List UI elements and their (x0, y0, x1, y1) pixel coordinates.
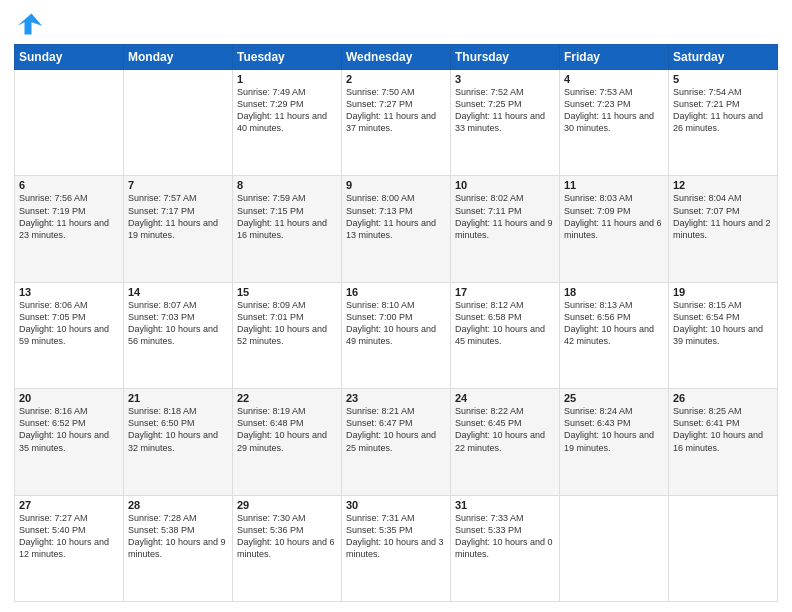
logo-icon (14, 10, 42, 38)
cell-details: Sunrise: 7:49 AM Sunset: 7:29 PM Dayligh… (237, 86, 337, 135)
calendar-cell: 20Sunrise: 8:16 AM Sunset: 6:52 PM Dayli… (15, 389, 124, 495)
calendar-cell: 6Sunrise: 7:56 AM Sunset: 7:19 PM Daylig… (15, 176, 124, 282)
calendar-cell: 8Sunrise: 7:59 AM Sunset: 7:15 PM Daylig… (233, 176, 342, 282)
day-number: 1 (237, 73, 337, 85)
calendar-cell: 4Sunrise: 7:53 AM Sunset: 7:23 PM Daylig… (560, 70, 669, 176)
calendar-cell: 30Sunrise: 7:31 AM Sunset: 5:35 PM Dayli… (342, 495, 451, 601)
calendar-cell: 16Sunrise: 8:10 AM Sunset: 7:00 PM Dayli… (342, 282, 451, 388)
cell-details: Sunrise: 7:54 AM Sunset: 7:21 PM Dayligh… (673, 86, 773, 135)
day-number: 25 (564, 392, 664, 404)
calendar-cell: 1Sunrise: 7:49 AM Sunset: 7:29 PM Daylig… (233, 70, 342, 176)
calendar-cell: 28Sunrise: 7:28 AM Sunset: 5:38 PM Dayli… (124, 495, 233, 601)
day-number: 4 (564, 73, 664, 85)
header (14, 10, 778, 38)
calendar-cell: 2Sunrise: 7:50 AM Sunset: 7:27 PM Daylig… (342, 70, 451, 176)
day-number: 30 (346, 499, 446, 511)
cell-details: Sunrise: 7:28 AM Sunset: 5:38 PM Dayligh… (128, 512, 228, 561)
calendar-cell (124, 70, 233, 176)
calendar-cell: 18Sunrise: 8:13 AM Sunset: 6:56 PM Dayli… (560, 282, 669, 388)
day-number: 23 (346, 392, 446, 404)
cell-details: Sunrise: 8:06 AM Sunset: 7:05 PM Dayligh… (19, 299, 119, 348)
cell-details: Sunrise: 7:57 AM Sunset: 7:17 PM Dayligh… (128, 192, 228, 241)
day-number: 24 (455, 392, 555, 404)
calendar-week-1: 6Sunrise: 7:56 AM Sunset: 7:19 PM Daylig… (15, 176, 778, 282)
calendar-cell: 31Sunrise: 7:33 AM Sunset: 5:33 PM Dayli… (451, 495, 560, 601)
day-number: 17 (455, 286, 555, 298)
calendar-cell: 23Sunrise: 8:21 AM Sunset: 6:47 PM Dayli… (342, 389, 451, 495)
cell-details: Sunrise: 8:24 AM Sunset: 6:43 PM Dayligh… (564, 405, 664, 454)
day-number: 3 (455, 73, 555, 85)
cell-details: Sunrise: 7:59 AM Sunset: 7:15 PM Dayligh… (237, 192, 337, 241)
calendar-cell: 13Sunrise: 8:06 AM Sunset: 7:05 PM Dayli… (15, 282, 124, 388)
calendar-cell (669, 495, 778, 601)
day-number: 16 (346, 286, 446, 298)
calendar-cell: 29Sunrise: 7:30 AM Sunset: 5:36 PM Dayli… (233, 495, 342, 601)
calendar-week-4: 27Sunrise: 7:27 AM Sunset: 5:40 PM Dayli… (15, 495, 778, 601)
day-number: 22 (237, 392, 337, 404)
day-header-thursday: Thursday (451, 45, 560, 70)
day-number: 9 (346, 179, 446, 191)
calendar-cell (560, 495, 669, 601)
cell-details: Sunrise: 8:07 AM Sunset: 7:03 PM Dayligh… (128, 299, 228, 348)
cell-details: Sunrise: 8:09 AM Sunset: 7:01 PM Dayligh… (237, 299, 337, 348)
calendar-week-0: 1Sunrise: 7:49 AM Sunset: 7:29 PM Daylig… (15, 70, 778, 176)
logo (14, 10, 46, 38)
day-number: 28 (128, 499, 228, 511)
calendar-cell (15, 70, 124, 176)
calendar-cell: 17Sunrise: 8:12 AM Sunset: 6:58 PM Dayli… (451, 282, 560, 388)
calendar-cell: 9Sunrise: 8:00 AM Sunset: 7:13 PM Daylig… (342, 176, 451, 282)
cell-details: Sunrise: 8:25 AM Sunset: 6:41 PM Dayligh… (673, 405, 773, 454)
calendar-cell: 24Sunrise: 8:22 AM Sunset: 6:45 PM Dayli… (451, 389, 560, 495)
calendar-week-2: 13Sunrise: 8:06 AM Sunset: 7:05 PM Dayli… (15, 282, 778, 388)
page: SundayMondayTuesdayWednesdayThursdayFrid… (0, 0, 792, 612)
calendar-cell: 26Sunrise: 8:25 AM Sunset: 6:41 PM Dayli… (669, 389, 778, 495)
calendar-week-3: 20Sunrise: 8:16 AM Sunset: 6:52 PM Dayli… (15, 389, 778, 495)
calendar-header-row: SundayMondayTuesdayWednesdayThursdayFrid… (15, 45, 778, 70)
calendar-cell: 11Sunrise: 8:03 AM Sunset: 7:09 PM Dayli… (560, 176, 669, 282)
cell-details: Sunrise: 7:56 AM Sunset: 7:19 PM Dayligh… (19, 192, 119, 241)
day-number: 31 (455, 499, 555, 511)
day-number: 20 (19, 392, 119, 404)
cell-details: Sunrise: 8:22 AM Sunset: 6:45 PM Dayligh… (455, 405, 555, 454)
cell-details: Sunrise: 8:10 AM Sunset: 7:00 PM Dayligh… (346, 299, 446, 348)
day-number: 5 (673, 73, 773, 85)
day-header-wednesday: Wednesday (342, 45, 451, 70)
cell-details: Sunrise: 7:53 AM Sunset: 7:23 PM Dayligh… (564, 86, 664, 135)
calendar-table: SundayMondayTuesdayWednesdayThursdayFrid… (14, 44, 778, 602)
day-header-tuesday: Tuesday (233, 45, 342, 70)
cell-details: Sunrise: 8:21 AM Sunset: 6:47 PM Dayligh… (346, 405, 446, 454)
day-number: 27 (19, 499, 119, 511)
day-number: 21 (128, 392, 228, 404)
cell-details: Sunrise: 8:13 AM Sunset: 6:56 PM Dayligh… (564, 299, 664, 348)
calendar-cell: 21Sunrise: 8:18 AM Sunset: 6:50 PM Dayli… (124, 389, 233, 495)
day-number: 7 (128, 179, 228, 191)
day-number: 13 (19, 286, 119, 298)
calendar-cell: 3Sunrise: 7:52 AM Sunset: 7:25 PM Daylig… (451, 70, 560, 176)
cell-details: Sunrise: 8:02 AM Sunset: 7:11 PM Dayligh… (455, 192, 555, 241)
cell-details: Sunrise: 7:52 AM Sunset: 7:25 PM Dayligh… (455, 86, 555, 135)
cell-details: Sunrise: 8:18 AM Sunset: 6:50 PM Dayligh… (128, 405, 228, 454)
cell-details: Sunrise: 8:15 AM Sunset: 6:54 PM Dayligh… (673, 299, 773, 348)
cell-details: Sunrise: 8:04 AM Sunset: 7:07 PM Dayligh… (673, 192, 773, 241)
day-number: 29 (237, 499, 337, 511)
svg-marker-0 (18, 14, 43, 35)
calendar-cell: 27Sunrise: 7:27 AM Sunset: 5:40 PM Dayli… (15, 495, 124, 601)
day-number: 11 (564, 179, 664, 191)
day-header-sunday: Sunday (15, 45, 124, 70)
calendar-cell: 15Sunrise: 8:09 AM Sunset: 7:01 PM Dayli… (233, 282, 342, 388)
cell-details: Sunrise: 7:50 AM Sunset: 7:27 PM Dayligh… (346, 86, 446, 135)
calendar-cell: 12Sunrise: 8:04 AM Sunset: 7:07 PM Dayli… (669, 176, 778, 282)
day-number: 10 (455, 179, 555, 191)
cell-details: Sunrise: 7:30 AM Sunset: 5:36 PM Dayligh… (237, 512, 337, 561)
day-header-saturday: Saturday (669, 45, 778, 70)
cell-details: Sunrise: 7:33 AM Sunset: 5:33 PM Dayligh… (455, 512, 555, 561)
calendar-cell: 10Sunrise: 8:02 AM Sunset: 7:11 PM Dayli… (451, 176, 560, 282)
cell-details: Sunrise: 8:00 AM Sunset: 7:13 PM Dayligh… (346, 192, 446, 241)
cell-details: Sunrise: 8:03 AM Sunset: 7:09 PM Dayligh… (564, 192, 664, 241)
cell-details: Sunrise: 7:31 AM Sunset: 5:35 PM Dayligh… (346, 512, 446, 561)
day-number: 26 (673, 392, 773, 404)
day-number: 6 (19, 179, 119, 191)
calendar-cell: 5Sunrise: 7:54 AM Sunset: 7:21 PM Daylig… (669, 70, 778, 176)
day-header-monday: Monday (124, 45, 233, 70)
day-header-friday: Friday (560, 45, 669, 70)
